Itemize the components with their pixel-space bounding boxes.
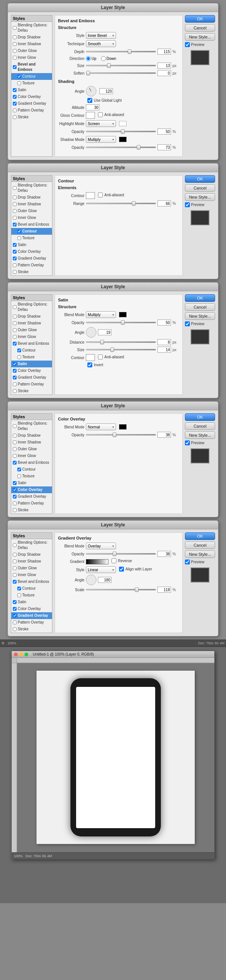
style-gradient-overlay-4[interactable]: Gradient Overlay: [11, 493, 52, 500]
style-satin-1[interactable]: Satin: [11, 87, 52, 94]
cancel-button-3[interactable]: Cancel: [185, 303, 215, 311]
style-outer-glow-1[interactable]: Outer Glow: [11, 48, 52, 54]
cancel-button-5[interactable]: Cancel: [185, 541, 215, 549]
style-blending-2[interactable]: Blending Options: Defau: [11, 182, 52, 194]
opacity-input-go[interactable]: [158, 551, 171, 557]
style-inner-glow-4[interactable]: Inner Glow: [11, 452, 52, 459]
style-color-overlay-1[interactable]: Color Overlay: [11, 94, 52, 100]
style-drop-shadow-5[interactable]: Drop Shadow: [11, 551, 52, 558]
distance-slider-s[interactable]: [86, 341, 156, 343]
style-gradient-overlay-active-5[interactable]: Gradient Overlay: [11, 612, 52, 619]
highlight-mode-select[interactable]: Screen: [86, 120, 116, 127]
style-contour-active-2[interactable]: Contour: [11, 228, 52, 235]
cancel-button-1[interactable]: Cancel: [185, 24, 215, 32]
size-input-s[interactable]: [158, 347, 171, 353]
canvas-work-area[interactable]: [17, 663, 214, 852]
style-inner-glow-5[interactable]: Inner Glow: [11, 571, 52, 578]
maximize-button-icon[interactable]: [24, 652, 28, 656]
new-style-button-2[interactable]: New Style...: [185, 193, 215, 201]
style-stroke-2[interactable]: Stroke: [11, 269, 52, 275]
satin-invert[interactable]: [88, 363, 92, 368]
satin-contour-swatch[interactable]: [86, 354, 95, 361]
style-stroke-5[interactable]: Stroke: [11, 626, 52, 633]
reverse-checkbox-go[interactable]: [111, 558, 116, 563]
style-blending-4[interactable]: Blending Options: Defau: [11, 420, 52, 432]
style-select-go[interactable]: Linear: [86, 566, 116, 573]
style-inner-shadow-5[interactable]: Inner Shadow: [11, 558, 52, 565]
style-blending-3[interactable]: Blending Options: Defau: [11, 301, 52, 313]
style-inner-glow-2[interactable]: Inner Glow: [11, 215, 52, 221]
new-style-button-1[interactable]: New Style...: [185, 33, 215, 41]
direction-down[interactable]: Down: [101, 56, 116, 61]
style-bevel-5[interactable]: Bevel and Emboss: [11, 578, 52, 585]
altitude-input[interactable]: [86, 104, 99, 110]
angle-input-s[interactable]: [98, 329, 111, 335]
style-contour-5[interactable]: Contour: [11, 585, 52, 592]
size-slider-s[interactable]: [86, 349, 156, 350]
style-texture-5[interactable]: Texture: [11, 592, 52, 599]
style-outer-glow-3[interactable]: Outer Glow: [11, 327, 52, 333]
minimize-button-icon[interactable]: [19, 652, 23, 656]
preview-checkbox-5[interactable]: Preview: [185, 560, 215, 565]
style-pattern-overlay-1[interactable]: Pattern Overlay: [11, 107, 52, 114]
style-stroke-4[interactable]: Stroke: [11, 507, 52, 514]
style-inner-glow-3[interactable]: Inner Glow: [11, 333, 52, 340]
new-style-button-4[interactable]: New Style...: [185, 431, 215, 439]
close-button-icon[interactable]: [14, 652, 18, 656]
style-texture-1[interactable]: Texture: [11, 80, 52, 87]
style-outer-glow-5[interactable]: Outer Glow: [11, 565, 52, 571]
blend-mode-select-s[interactable]: Multiply: [86, 311, 116, 318]
style-contour-3[interactable]: Contour: [11, 347, 52, 354]
direction-up[interactable]: Up: [86, 56, 96, 61]
blend-mode-select-co[interactable]: Normal: [86, 423, 116, 430]
style-drop-shadow-4[interactable]: Drop Shadow: [11, 432, 52, 439]
style-inner-shadow-1[interactable]: Inner Shadow: [11, 41, 52, 48]
style-satin-2[interactable]: Satin: [11, 242, 52, 248]
new-style-button-5[interactable]: New Style...: [185, 550, 215, 558]
contour-antialiased[interactable]: [98, 192, 103, 197]
shadow-mode-select[interactable]: Multiply: [86, 136, 116, 143]
opacity-slider-co[interactable]: [86, 434, 156, 436]
depth-input[interactable]: [158, 49, 171, 55]
opacity-slider-go[interactable]: [86, 553, 156, 555]
style-gradient-overlay-2[interactable]: Gradient Overlay: [11, 255, 52, 262]
style-color-overlay-2[interactable]: Color Overlay: [11, 248, 52, 255]
style-pattern-overlay-3[interactable]: Pattern Overlay: [11, 381, 52, 388]
satin-color-swatch[interactable]: [119, 312, 127, 317]
shadow-opacity-slider[interactable]: [86, 146, 156, 148]
antialiased-checkbox[interactable]: [98, 112, 103, 117]
angle-dial-go[interactable]: [86, 574, 96, 585]
cancel-button-4[interactable]: Cancel: [185, 422, 215, 430]
style-gradient-overlay-3[interactable]: Gradient Overlay: [11, 374, 52, 381]
style-inner-shadow-3[interactable]: Inner Shadow: [11, 320, 52, 327]
preview-checkbox-2[interactable]: Preview: [185, 202, 215, 207]
style-contour-4[interactable]: Contour: [11, 466, 52, 473]
opacity-input-co[interactable]: [158, 432, 171, 438]
style-stroke-1[interactable]: Stroke: [11, 114, 52, 121]
ok-button-5[interactable]: OK: [185, 532, 215, 540]
scale-slider-go[interactable]: [86, 589, 156, 590]
style-stroke-3[interactable]: Stroke: [11, 388, 52, 395]
color-overlay-swatch[interactable]: [119, 424, 127, 430]
angle-dial[interactable]: [86, 86, 96, 97]
style-color-overlay-5[interactable]: Color Overlay: [11, 606, 52, 612]
style-bevel-3[interactable]: Bevel and Emboss: [11, 340, 52, 347]
style-drop-shadow-1[interactable]: Drop Shadow: [11, 34, 52, 41]
style-bevel-4[interactable]: Bevel and Emboss: [11, 459, 52, 466]
style-texture-4[interactable]: Texture: [11, 473, 52, 480]
global-light-checkbox[interactable]: [88, 98, 92, 103]
gloss-contour-swatch[interactable]: [86, 112, 95, 119]
opacity-slider-s[interactable]: [86, 322, 156, 323]
style-select[interactable]: Inner Bevel: [86, 32, 116, 39]
preview-checkbox-3[interactable]: Preview: [185, 321, 215, 326]
style-drop-shadow-2[interactable]: Drop Shadow: [11, 194, 52, 201]
style-inner-shadow-2[interactable]: Inner Shadow: [11, 201, 52, 208]
shadow-color-swatch[interactable]: [119, 137, 127, 142]
style-pattern-overlay-5[interactable]: Pattern Overlay: [11, 619, 52, 626]
style-inner-shadow-4[interactable]: Inner Shadow: [11, 439, 52, 446]
highlight-opacity-input[interactable]: [158, 129, 171, 135]
ok-button-4[interactable]: OK: [185, 413, 215, 421]
style-inner-glow-1[interactable]: Inner Glow: [11, 54, 52, 61]
shadow-opacity-input[interactable]: [158, 144, 171, 150]
angle-input-go[interactable]: [98, 577, 111, 583]
